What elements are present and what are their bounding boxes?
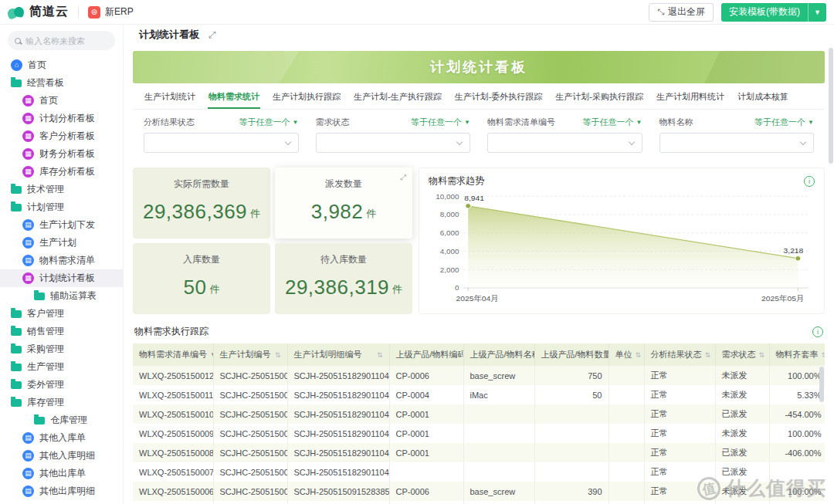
tab[interactable]: 计划成本核算 — [737, 91, 789, 109]
sidebar-item[interactable]: 仓库管理 — [0, 411, 123, 429]
stat-value: 29,386,319 — [285, 276, 389, 299]
column-header[interactable]: 上级产品/物料名称⇅ — [463, 343, 534, 366]
sidebar-item-label: 辅助运算表 — [50, 289, 97, 303]
folder-icon — [11, 328, 22, 336]
table-cell: WLXQ-2505150009 — [133, 424, 213, 443]
sidebar-item[interactable]: ⌂首页 — [0, 56, 123, 74]
tab[interactable]: 生产计划-委外执行跟踪 — [454, 91, 544, 109]
tab[interactable]: 生产计划-采购执行跟踪 — [554, 91, 644, 109]
filter-operator-button[interactable]: 等于任意一个▼ — [583, 117, 642, 128]
sidebar-item[interactable]: ▤生产计划 — [0, 234, 123, 252]
sidebar-item[interactable]: 库存管理 — [0, 394, 123, 411]
sort-icon[interactable]: ⇅ — [275, 351, 281, 359]
sidebar-item[interactable]: ▦首页 — [0, 92, 123, 110]
column-header[interactable]: 生产计划编号⇅ — [213, 343, 287, 366]
info-icon[interactable]: i — [812, 326, 823, 337]
brand[interactable]: 简道云 — [8, 4, 69, 20]
sidebar-item[interactable]: ▤物料需求清单 — [0, 252, 123, 269]
fullscreen-toggle-icon[interactable]: ⤢ — [208, 29, 216, 40]
sidebar-item-label: 生产计划下发 — [39, 218, 95, 232]
filter-operator-button[interactable]: 等于任意一个▼ — [411, 117, 470, 128]
sidebar-item[interactable]: ▦客户分析看板 — [0, 127, 123, 145]
sort-icon[interactable]: ▼ — [210, 351, 213, 358]
sidebar-item[interactable]: 计划管理 — [0, 198, 123, 216]
search-input[interactable] — [25, 36, 108, 46]
tab[interactable]: 生产计划-生产执行跟踪 — [353, 91, 442, 109]
sidebar-item[interactable]: 客户管理 — [0, 305, 123, 323]
column-header[interactable]: 物料齐套率⇅ — [769, 343, 825, 366]
sidebar-search[interactable] — [8, 31, 115, 50]
sidebar-item[interactable]: ▦计划统计看板 — [0, 269, 123, 287]
stat-unit: 件 — [250, 202, 260, 221]
stat-card[interactable]: 派发数量3,982件⤢ — [275, 167, 412, 238]
sidebar-item[interactable]: ▦计划分析看板 — [0, 110, 123, 127]
column-header[interactable]: 上级产品/物料编码⇅ — [389, 343, 463, 366]
table-row[interactable]: WLXQ-2505150010SCJHC-2505150002SCJH-2505… — [133, 404, 825, 424]
tabs-filters-panel: 生产计划统计物料需求统计生产计划执行跟踪生产计划-生产执行跟踪生产计划-委外执行… — [133, 87, 825, 161]
sidebar-item[interactable]: 采购管理 — [0, 340, 123, 358]
table-cell — [534, 404, 609, 424]
svg-text:2025年04月: 2025年04月 — [456, 294, 498, 303]
sidebar-item[interactable]: ▤其他出库明细 — [0, 482, 123, 500]
table-cell: SCJHC-2505150002 — [213, 385, 287, 404]
column-header[interactable]: 单位⇅ — [609, 343, 644, 366]
filter-select[interactable] — [316, 133, 471, 153]
sidebar-item[interactable]: ▦财务分析看板 — [0, 145, 123, 163]
tab[interactable]: 生产计划执行跟踪 — [272, 91, 341, 109]
folder-icon — [11, 364, 22, 371]
filter-operator-button[interactable]: 等于任意一个▼ — [754, 117, 814, 128]
workspace-switcher[interactable]: ⊜ 新ERP — [88, 5, 134, 19]
table-cell: WLXQ-2505150005 — [133, 501, 213, 504]
tab[interactable]: 生产计划用料统计 — [656, 91, 725, 109]
sort-icon[interactable]: ⇅ — [822, 351, 826, 359]
sort-icon[interactable]: ⇅ — [705, 351, 711, 359]
column-header[interactable]: 上级产品/物料数量⇅ — [534, 343, 609, 366]
sidebar-item[interactable]: 销售管理 — [0, 323, 123, 340]
tab[interactable]: 生产计划统计 — [144, 91, 196, 109]
table-cell — [609, 424, 644, 443]
stat-card[interactable]: 待入库数量29,386,319件 — [275, 243, 412, 314]
sidebar-item[interactable]: 技术管理 — [0, 181, 123, 198]
sidebar-item[interactable]: 辅助运算表 — [0, 287, 123, 305]
column-header[interactable]: 物料需求清单编号▼ — [133, 343, 213, 366]
column-header[interactable]: 需求状态⇅ — [715, 343, 769, 366]
svg-text:2025年05月: 2025年05月 — [761, 294, 804, 303]
install-template-button[interactable]: 安装模板(带数据) — [721, 3, 808, 22]
stat-card[interactable]: 实际所需数量29,386,369件 — [133, 167, 270, 238]
sidebar-item[interactable]: 委外管理 — [0, 376, 123, 394]
sidebar-item[interactable]: ▤其他入库明细 — [0, 447, 123, 465]
svg-text:6,000: 6,000 — [440, 228, 459, 237]
table-scrollbar[interactable] — [819, 367, 824, 402]
sidebar-item[interactable]: ▤其他入库单 — [0, 429, 123, 447]
table-row[interactable]: WLXQ-2505150011SCJHC-2505150002SCJH-2505… — [133, 385, 825, 404]
sidebar-item[interactable]: 生产管理 — [0, 358, 123, 376]
filter-select[interactable] — [144, 133, 299, 153]
install-template-dropdown-button[interactable]: ▼ — [808, 3, 826, 22]
sidebar-item[interactable]: ▤其他出库单 — [0, 465, 123, 482]
filter-select[interactable] — [487, 133, 642, 153]
table-cell: SCJH-250515182901104 — [287, 443, 389, 462]
tab[interactable]: 物料需求统计 — [208, 91, 260, 109]
svg-text:8,000: 8,000 — [440, 211, 459, 219]
page-scrollbar[interactable] — [829, 48, 833, 164]
sidebar-item[interactable]: 经营看板 — [0, 74, 123, 92]
sort-icon[interactable]: ⇅ — [636, 351, 642, 359]
table-row[interactable]: WLXQ-2505150006SCJHC-2505150001SCJH-2505… — [133, 482, 825, 501]
stat-card[interactable]: 入库数量50件 — [133, 243, 270, 314]
table-row[interactable]: WLXQ-2505150008SCJHC-2505150002SCJH-2505… — [133, 443, 825, 462]
sort-icon[interactable]: ⇅ — [759, 351, 765, 359]
table-row[interactable]: WLXQ-2505150005SCJHC-2505150001SCJH-2505… — [133, 501, 825, 504]
sort-icon[interactable]: ⇅ — [377, 351, 383, 359]
sidebar-item[interactable]: ▤生产计划下发 — [0, 216, 123, 234]
exit-fullscreen-button[interactable]: ⤡ 退出全屏 — [649, 3, 714, 22]
table-row[interactable]: WLXQ-2505150012SCJHC-2505150002SCJH-2505… — [133, 366, 825, 385]
table-row[interactable]: WLXQ-2505150007SCJHC-2505150002SCJH-2505… — [133, 462, 825, 482]
column-header[interactable]: 分析结果状态⇅ — [644, 343, 715, 366]
sidebar-item[interactable]: ▦库存分析看板 — [0, 163, 123, 181]
expand-icon[interactable]: ⤢ — [400, 173, 406, 182]
table-row[interactable]: WLXQ-2505150009SCJHC-2505150002SCJH-2505… — [133, 424, 825, 443]
info-icon[interactable]: i — [804, 176, 815, 187]
filter-select[interactable] — [659, 133, 815, 153]
filter-operator-button[interactable]: 等于任意一个▼ — [239, 117, 299, 128]
column-header[interactable]: 生产计划明细编号⇅ — [287, 343, 389, 366]
